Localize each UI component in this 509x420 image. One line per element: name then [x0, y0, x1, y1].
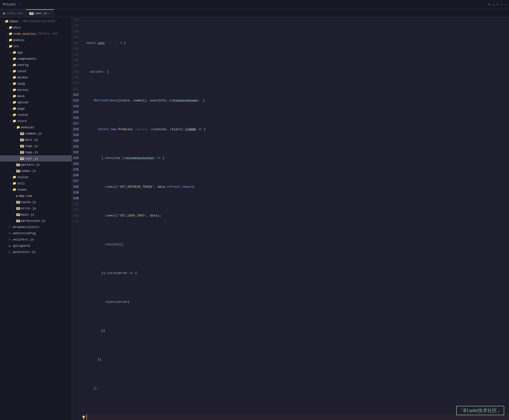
- folder-icon-dist: 📁: [9, 26, 13, 30]
- arrow-styles: [9, 176, 13, 179]
- code-line-206: resolve();: [86, 242, 509, 248]
- label-app-vue: App.vue: [19, 194, 32, 198]
- sidebar-item-modules[interactable]: 📁 modules: [0, 124, 72, 130]
- minimize-icon[interactable]: —: [504, 3, 506, 7]
- label-user-js: user.js: [25, 157, 38, 160]
- main-area: 📁 Saber ~/Workspaces/product/ 📁 dist 📁 n…: [0, 17, 509, 420]
- arrow-option: [9, 101, 13, 104]
- sidebar-item-error-js[interactable]: JS error.js: [0, 205, 72, 211]
- add-icon[interactable]: ⊕: [488, 2, 490, 7]
- label-error-js: error.js: [21, 207, 36, 210]
- arrow-router: [9, 113, 13, 116]
- sidebar-item-store[interactable]: 📁 store: [0, 118, 72, 124]
- label-lang: lang: [17, 82, 25, 86]
- sidebar-item-page[interactable]: 📁 page: [0, 105, 72, 112]
- arrow-saber: [1, 20, 5, 23]
- sidebar-item-views[interactable]: 📁 views: [0, 187, 72, 193]
- code-line-207: }).catch(error => {: [86, 270, 509, 276]
- dot-icon-browserslistrc: ≡: [9, 225, 10, 229]
- editor-area[interactable]: 45 57 196 197 201 204 205 206 207 208 20…: [72, 17, 509, 420]
- label-tags-js: tags.js: [25, 150, 38, 154]
- label-api: api: [17, 51, 23, 54]
- sidebar-item-permission-js[interactable]: JS permission.js: [0, 218, 72, 224]
- label-common-js: common.js: [25, 132, 42, 135]
- sidebar-item-getters-js[interactable]: JS getters.js: [0, 162, 72, 168]
- sidebar-item-node-modules[interactable]: 📁 node_modules library root: [0, 31, 72, 37]
- sidebar-item-mixins[interactable]: 📁 mixins: [0, 87, 72, 93]
- folder-icon-components: 📁: [13, 57, 16, 61]
- tab-close-button[interactable]: ✕: [49, 12, 50, 15]
- sidebar-item-gitignore[interactable]: ◉ .gitignore: [0, 243, 72, 249]
- diamond-icon[interactable]: ◇: [492, 2, 494, 7]
- label-docker: docker: [17, 76, 29, 79]
- folder-icon-api: 📁: [13, 51, 16, 54]
- sidebar-item-docker[interactable]: 📁 docker: [0, 74, 72, 81]
- js-icon-error: JS: [16, 207, 20, 210]
- close-icon[interactable]: ✕: [496, 2, 498, 7]
- arrow-node-modules: [5, 32, 9, 35]
- sidebar-item-saber[interactable]: 📁 Saber ~/Workspaces/product/: [0, 18, 72, 24]
- arrow-dist: [5, 26, 9, 29]
- code-line-209: }): [86, 328, 509, 334]
- folder-icon-public: 📁: [9, 38, 13, 42]
- label-components: components: [17, 57, 36, 61]
- sidebar-item-common-js[interactable]: JS common.js: [0, 130, 72, 137]
- sidebar-item-util[interactable]: 📁 util: [0, 180, 72, 187]
- sidebar-item-cache-js[interactable]: JS cache.js: [0, 199, 72, 205]
- sidebar-item-eslintrc-js[interactable]: ⊙ .eslintrc.js: [0, 236, 72, 243]
- label-saber: Saber: [10, 20, 19, 23]
- sidebar-item-app-vue[interactable]: ▶ App.vue: [0, 193, 72, 199]
- js-icon-tags: JS: [20, 151, 24, 154]
- code-line-208: reject(error): [86, 299, 509, 305]
- sidebar-item-config[interactable]: 📁 config: [0, 62, 72, 68]
- sidebar-item-lang[interactable]: 📁 lang: [0, 81, 72, 87]
- sidebar-item-index-js[interactable]: JS index.js: [0, 168, 72, 174]
- label-gitignore: .gitignore: [11, 244, 30, 248]
- sidebar-item-tags-js[interactable]: JS tags.js: [0, 149, 72, 155]
- sidebar-item-editorconfig[interactable]: ⚙ .editorconfig: [0, 230, 72, 236]
- tab-index-vue[interactable]: ▶ index.vue: [0, 9, 26, 17]
- sidebar-item-src[interactable]: 📁 src: [0, 43, 72, 49]
- sidebar-item-styles[interactable]: 📁 styles: [0, 174, 72, 180]
- sidebar-item-mock[interactable]: 📁 mock: [0, 93, 72, 99]
- tabs-bar: ▶ index.vue JS user.js ✕: [0, 9, 509, 17]
- sidebar-item-logs-js[interactable]: JS logs.js: [0, 143, 72, 149]
- dropdown-icon[interactable]: ▾: [20, 3, 22, 7]
- arrow-docker: [9, 76, 13, 79]
- sidebar-item-user-js[interactable]: JS user.js: [0, 155, 72, 162]
- label-eslintrc-js: .eslintrc.js: [11, 238, 34, 241]
- tab-user-js[interactable]: JS user.js ✕: [26, 9, 54, 17]
- arrow-config: [9, 64, 13, 66]
- project-label[interactable]: Project: [3, 3, 16, 6]
- sidebar-item-main-js[interactable]: JS main.js: [0, 211, 72, 218]
- title-bar: Project ▾ ⊕ ◇ ✕ ⋯ —: [0, 0, 509, 9]
- arrow-util: [9, 182, 13, 185]
- sidebar-item-components[interactable]: 📁 components: [0, 56, 72, 62]
- sidebar-item-browserslistrc[interactable]: ≡ .browserslistrc: [0, 224, 72, 230]
- lightbulb-icon[interactable]: 💡: [82, 415, 86, 420]
- label-postcssrc-js: .postcssrc.js: [11, 250, 36, 254]
- sidebar-item-router[interactable]: 📁 router: [0, 112, 72, 118]
- sidebar-item-public[interactable]: 📁 public: [0, 37, 72, 43]
- label-index-js: index.js: [21, 169, 36, 173]
- code-line-212: 💡 // 登出: [86, 414, 509, 420]
- sidebar-item-dist[interactable]: 📁 dist: [0, 24, 72, 31]
- more-icon[interactable]: ⋯: [500, 2, 502, 7]
- label-node-modules: node_modules: [13, 32, 36, 36]
- folder-icon-views: 📁: [13, 188, 16, 192]
- sidebar-item-const[interactable]: 📁 const: [0, 68, 72, 74]
- label-logs-js: logs.js: [25, 144, 38, 148]
- sidebar-item-dict-js[interactable]: JS dict.js: [0, 137, 72, 143]
- line-numbers: 45 57 196 197 201 204 205 206 207 208 20…: [72, 17, 84, 420]
- dot-icon-editorconfig: ⚙: [9, 232, 10, 235]
- label-modules: modules: [21, 126, 34, 129]
- js-icon-logs: JS: [20, 145, 24, 147]
- sidebar-item-option[interactable]: 📁 option: [0, 99, 72, 105]
- sidebar-item-api[interactable]: 📁 api: [0, 49, 72, 56]
- label-const: const: [17, 69, 27, 73]
- folder-icon-router: 📁: [13, 113, 16, 117]
- sidebar-item-postcssrc-js[interactable]: ◎ .postcssrc.js: [0, 249, 72, 255]
- code-line-57: actions: {: [86, 69, 509, 75]
- folder-icon-option: 📁: [13, 100, 16, 104]
- label-browserslistrc: .browserslistrc: [11, 225, 39, 229]
